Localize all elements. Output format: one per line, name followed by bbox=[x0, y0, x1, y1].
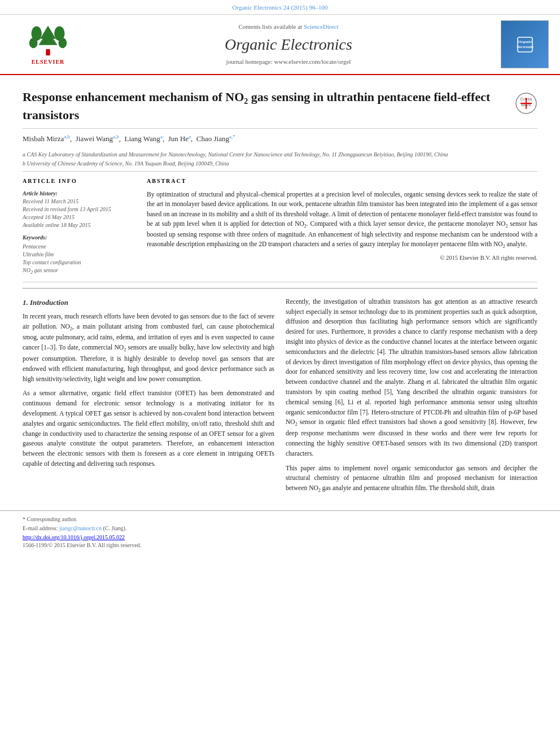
body-col-right: Recently, the investigation of ultrathin… bbox=[286, 297, 537, 499]
keyword-4: NO2 gas sensor bbox=[23, 267, 135, 276]
svg-point-6 bbox=[58, 38, 67, 48]
intro-para-2: As a sensor alternative, organic field e… bbox=[23, 388, 274, 469]
article-main: Response enhancement mechanism of NO2 ga… bbox=[0, 75, 560, 505]
right-para-2: This paper aims to implement novel organ… bbox=[286, 464, 537, 495]
article-title-section: Response enhancement mechanism of NO2 ga… bbox=[23, 81, 537, 128]
author-liang: Liang Wang bbox=[125, 134, 160, 143]
footer-section: * Corresponding author. E-mail address: … bbox=[0, 510, 560, 552]
elsevier-tree-icon bbox=[25, 23, 71, 57]
affiliation-b: b University of Chinese Academy of Scien… bbox=[23, 160, 537, 168]
keyword-1: Pentacene bbox=[23, 243, 135, 251]
keywords-block: Keywords: Pentacene Ultrathin film Top c… bbox=[23, 234, 135, 276]
article-history: Article history: Received 11 March 2015 … bbox=[23, 190, 135, 229]
body-col-left: 1. Introduction In recent years, much re… bbox=[23, 297, 274, 499]
revised-date: Received in revised form 13 April 2015 bbox=[23, 206, 135, 213]
authors-line: Misbah Mirzaa,b, Jiawei Wanga,b, Liang W… bbox=[23, 133, 537, 145]
journal-title: Organic Electronics bbox=[85, 33, 492, 55]
author-jun: Jun He bbox=[168, 134, 189, 143]
keywords-label: Keywords: bbox=[23, 234, 135, 242]
elsevier-logo-container: ELSEVIER bbox=[11, 23, 85, 66]
accepted-date: Accepted 16 May 2015 bbox=[23, 213, 135, 221]
info-abstract-columns: ARTICLE INFO Article history: Received 1… bbox=[23, 172, 537, 282]
journal-homepage: journal homepage: www.elsevier.com/locat… bbox=[85, 58, 492, 66]
section-divider bbox=[23, 288, 537, 289]
doi-link[interactable]: http://dx.doi.org/10.1016/j.orgel.2015.0… bbox=[23, 534, 125, 540]
crossmark-icon: Cross Mark bbox=[515, 92, 537, 115]
article-title: Response enhancement mechanism of NO2 ga… bbox=[23, 89, 506, 123]
elsevier-brand-text: ELSEVIER bbox=[32, 58, 65, 66]
available-date: Available online 18 May 2015 bbox=[23, 221, 135, 229]
abstract-section: ABSTRACT By optimization of structural a… bbox=[147, 177, 537, 276]
journal-header: ELSEVIER Contents lists available at Sci… bbox=[0, 15, 560, 75]
journal-logo-box-container: Organic Electronics bbox=[492, 20, 549, 68]
journal-reference: Organic Electronics 24 (2015) 96–100 bbox=[0, 0, 560, 15]
abstract-text: By optimization of structural and physic… bbox=[147, 190, 537, 251]
keyword-2: Ultrathin film bbox=[23, 251, 135, 259]
keyword-3: Top contact configuration bbox=[23, 259, 135, 267]
sciencedirect-text: Contents lists available at ScienceDirec… bbox=[85, 23, 492, 31]
author-jiawei: Jiawei Wang bbox=[76, 134, 113, 143]
svg-point-5 bbox=[29, 38, 38, 48]
crossmark-logo: Cross Mark bbox=[515, 92, 537, 115]
doi-line: http://dx.doi.org/10.1016/j.orgel.2015.0… bbox=[23, 534, 537, 541]
received-date: Received 11 March 2015 bbox=[23, 198, 135, 206]
svg-rect-0 bbox=[46, 49, 50, 55]
corresponding-note: * Corresponding author. bbox=[23, 516, 537, 523]
journal-logo-box: Organic Electronics bbox=[501, 20, 549, 68]
email-link[interactable]: jiangc@nanoctr.cn bbox=[59, 525, 102, 531]
copyright-line: © 2015 Elsevier B.V. All rights reserved… bbox=[147, 254, 537, 263]
sciencedirect-link[interactable]: ScienceDirect bbox=[304, 23, 339, 30]
history-label: Article history: bbox=[23, 190, 135, 198]
article-info-column: ARTICLE INFO Article history: Received 1… bbox=[23, 177, 135, 276]
journal-header-center: Contents lists available at ScienceDirec… bbox=[85, 23, 492, 67]
affiliation-a: a CAS Key Laboratory of Standardization … bbox=[23, 151, 537, 159]
article-info-heading: ARTICLE INFO bbox=[23, 177, 135, 185]
body-columns: 1. Introduction In recent years, much re… bbox=[23, 294, 537, 499]
journal-logo-icon: Organic Electronics bbox=[517, 36, 533, 53]
right-para-1: Recently, the investigation of ultrathin… bbox=[286, 297, 537, 459]
svg-text:Electronics: Electronics bbox=[517, 45, 533, 49]
authors-section: Misbah Mirzaa,b, Jiawei Wanga,b, Liang W… bbox=[23, 129, 537, 149]
affiliations: a CAS Key Laboratory of Standardization … bbox=[23, 148, 537, 172]
author-misbah: Misbah Mirza bbox=[23, 134, 64, 143]
abstract-heading: ABSTRACT bbox=[147, 177, 537, 185]
svg-text:Organic: Organic bbox=[518, 40, 532, 44]
email-line: E-mail address: jiangc@nanoctr.cn (C. Ji… bbox=[23, 525, 537, 532]
issn-line: 1566-1199/© 2015 Elsevier B.V. All right… bbox=[23, 541, 537, 549]
author-chao: Chao Jiang bbox=[196, 134, 229, 143]
intro-heading: 1. Introduction bbox=[23, 297, 274, 308]
intro-para-1: In recent years, much research efforts h… bbox=[23, 312, 274, 384]
